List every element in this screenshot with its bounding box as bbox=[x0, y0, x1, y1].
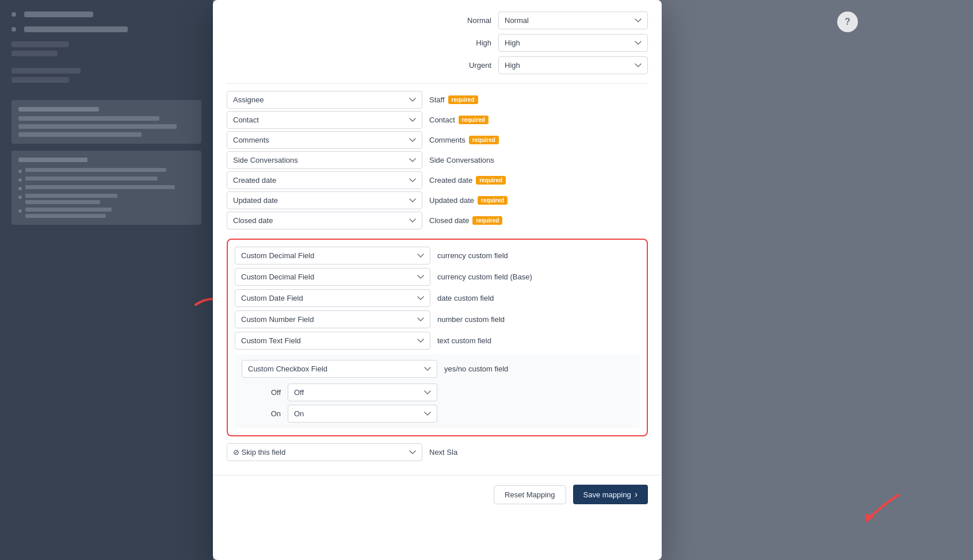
reset-mapping-label: Reset Mapping bbox=[505, 490, 555, 499]
updated-date-select[interactable]: Assignee Contact Comments Side Conversat… bbox=[227, 191, 422, 209]
mapping-row-comments: Assignee Contact Comments Side Conversat… bbox=[227, 131, 648, 149]
custom-field-right-decimal-2: currency custom field (Base) bbox=[437, 273, 640, 281]
priority-high-select-wrapper: Normal Low High Urgent bbox=[498, 34, 648, 52]
priority-row-high: High Normal Low High Urgent bbox=[227, 34, 648, 52]
skip-field-select[interactable]: ⊘ Skip this field bbox=[227, 443, 422, 461]
priority-normal-select[interactable]: Normal Low High Urgent bbox=[498, 11, 648, 29]
reset-mapping-button[interactable]: Reset Mapping bbox=[494, 485, 566, 504]
checkbox-sub-row-on: On Off On bbox=[242, 405, 633, 423]
created-date-right-label: Created date bbox=[429, 176, 472, 185]
mapping-row-closed-date: Assignee Contact Comments Side Conversat… bbox=[227, 212, 648, 229]
priority-urgent-select[interactable]: Normal Low High Urgent bbox=[498, 56, 648, 74]
custom-field-left-text: Custom Decimal Field Custom Date Field C… bbox=[235, 332, 430, 350]
created-date-select[interactable]: Assignee Contact Comments Side Conversat… bbox=[227, 171, 422, 189]
custom-date-label: date custom field bbox=[437, 294, 494, 302]
mapping-right-side-conversations: Side Conversations bbox=[429, 156, 648, 164]
mapping-left-closed-date: Assignee Contact Comments Side Conversat… bbox=[227, 212, 422, 229]
priority-row-normal: Normal Normal Low High Urgent bbox=[227, 11, 648, 29]
mapping-row-assignee: Assignee Contact Comments Side Conversat… bbox=[227, 91, 648, 109]
mapping-right-updated-date: Updated date required bbox=[429, 196, 648, 205]
custom-field-row-date: Custom Decimal Field Custom Date Field C… bbox=[235, 289, 640, 307]
custom-field-left-number: Custom Decimal Field Custom Date Field C… bbox=[235, 310, 430, 328]
mapping-row-contact: Assignee Contact Comments Side Conversat… bbox=[227, 111, 648, 129]
modal-body: Normal Normal Low High Urgent High Norma… bbox=[213, 0, 662, 475]
priority-section: Normal Normal Low High Urgent High Norma… bbox=[227, 11, 648, 74]
custom-field-right-decimal-1: currency custom field bbox=[437, 251, 640, 260]
custom-decimal-2-label: currency custom field (Base) bbox=[437, 273, 532, 281]
custom-decimal-1-label: currency custom field bbox=[437, 251, 508, 260]
mapping-right-comments: Comments required bbox=[429, 136, 648, 144]
save-arrow-indicator bbox=[858, 489, 904, 526]
custom-text-label: text custom field bbox=[437, 336, 491, 345]
mapping-left-side-conversations: Assignee Contact Comments Side Conversat… bbox=[227, 151, 422, 169]
custom-checkbox-select[interactable]: Custom Decimal Field Custom Date Field C… bbox=[242, 360, 437, 378]
mapping-right-assignee: Staff required bbox=[429, 95, 648, 104]
skip-left: ⊘ Skip this field bbox=[227, 443, 422, 461]
side-conversations-select[interactable]: Assignee Contact Comments Side Conversat… bbox=[227, 151, 422, 169]
checkbox-sub-row-off: Off Off On bbox=[242, 383, 633, 401]
priority-urgent-label: Urgent bbox=[457, 61, 491, 70]
comments-right-label: Comments bbox=[429, 136, 465, 144]
custom-fields-area: Custom Decimal Field Custom Date Field C… bbox=[235, 247, 640, 350]
closed-date-required-badge: required bbox=[472, 216, 502, 225]
comments-select[interactable]: Assignee Contact Comments Side Conversat… bbox=[227, 131, 422, 149]
custom-decimal-1-select[interactable]: Custom Decimal Field Custom Date Field C… bbox=[235, 247, 430, 264]
mapping-right-contact: Contact required bbox=[429, 116, 648, 124]
custom-field-row-text: Custom Decimal Field Custom Date Field C… bbox=[235, 332, 640, 350]
standard-mapping-section: Assignee Contact Comments Side Conversat… bbox=[227, 91, 648, 229]
contact-right-label: Contact bbox=[429, 116, 455, 124]
custom-text-select[interactable]: Custom Decimal Field Custom Date Field C… bbox=[235, 332, 430, 350]
priority-urgent-select-wrapper: Normal Low High Urgent bbox=[498, 56, 648, 74]
custom-field-row-number: Custom Decimal Field Custom Date Field C… bbox=[235, 310, 640, 328]
help-button[interactable]: ? bbox=[837, 11, 858, 32]
help-icon: ? bbox=[845, 17, 850, 27]
custom-field-row-decimal-1: Custom Decimal Field Custom Date Field C… bbox=[235, 247, 640, 264]
closed-date-right-label: Closed date bbox=[429, 216, 469, 225]
mapping-left-created-date: Assignee Contact Comments Side Conversat… bbox=[227, 171, 422, 189]
priority-high-select[interactable]: Normal Low High Urgent bbox=[498, 34, 648, 52]
checkbox-off-label: Off bbox=[246, 388, 281, 397]
contact-required-badge: required bbox=[459, 116, 489, 124]
custom-field-row-checkbox: Custom Decimal Field Custom Date Field C… bbox=[242, 360, 633, 378]
background-sidebar bbox=[0, 0, 213, 560]
skip-right-label: Next Sla bbox=[429, 448, 457, 457]
assignee-right-label: Staff bbox=[429, 95, 445, 104]
custom-field-left-decimal-1: Custom Decimal Field Custom Date Field C… bbox=[235, 247, 430, 264]
checkbox-on-select[interactable]: Off On bbox=[288, 405, 437, 423]
custom-checkbox-label: yes/no custom field bbox=[444, 365, 508, 373]
mapping-right-created-date: Created date required bbox=[429, 176, 648, 185]
checkbox-on-select-wrapper: Off On bbox=[288, 405, 437, 423]
custom-field-right-number: number custom field bbox=[437, 315, 640, 324]
mapping-row-created-date: Assignee Contact Comments Side Conversat… bbox=[227, 171, 648, 189]
mapping-left-comments: Assignee Contact Comments Side Conversat… bbox=[227, 131, 422, 149]
closed-date-select[interactable]: Assignee Contact Comments Side Conversat… bbox=[227, 212, 422, 229]
updated-date-required-badge: required bbox=[478, 196, 508, 205]
custom-number-select[interactable]: Custom Decimal Field Custom Date Field C… bbox=[235, 310, 430, 328]
created-date-required-badge: required bbox=[476, 176, 506, 185]
modal-footer: Reset Mapping Save mapping › bbox=[213, 475, 662, 513]
priority-high-label: High bbox=[457, 39, 491, 47]
mapping-row-updated-date: Assignee Contact Comments Side Conversat… bbox=[227, 191, 648, 209]
custom-decimal-2-select[interactable]: Custom Decimal Field Custom Date Field C… bbox=[235, 268, 430, 286]
save-chevron-icon: › bbox=[635, 489, 638, 500]
mapping-left-updated-date: Assignee Contact Comments Side Conversat… bbox=[227, 191, 422, 209]
priority-normal-label: Normal bbox=[457, 16, 491, 25]
checkbox-off-select[interactable]: Off On bbox=[288, 383, 437, 401]
updated-date-right-label: Updated date bbox=[429, 196, 474, 205]
assignee-required-badge: required bbox=[448, 95, 478, 104]
custom-field-right-date: date custom field bbox=[437, 294, 640, 302]
priority-row-urgent: Urgent Normal Low High Urgent bbox=[227, 56, 648, 74]
custom-date-select[interactable]: Custom Decimal Field Custom Date Field C… bbox=[235, 289, 430, 307]
assignee-select[interactable]: Assignee Contact Comments Side Conversat… bbox=[227, 91, 422, 109]
contact-select[interactable]: Assignee Contact Comments Side Conversat… bbox=[227, 111, 422, 129]
custom-field-row-decimal-2: Custom Decimal Field Custom Date Field C… bbox=[235, 268, 640, 286]
save-mapping-button[interactable]: Save mapping › bbox=[573, 485, 648, 504]
mapping-left-contact: Assignee Contact Comments Side Conversat… bbox=[227, 111, 422, 129]
custom-number-label: number custom field bbox=[437, 315, 505, 324]
mapping-left-assignee: Assignee Contact Comments Side Conversat… bbox=[227, 91, 422, 109]
custom-field-right-checkbox: yes/no custom field bbox=[444, 365, 633, 373]
checkbox-section: Custom Decimal Field Custom Date Field C… bbox=[235, 354, 640, 428]
comments-required-badge: required bbox=[469, 136, 499, 144]
custom-field-left-checkbox: Custom Decimal Field Custom Date Field C… bbox=[242, 360, 437, 378]
mapping-modal: Normal Normal Low High Urgent High Norma… bbox=[213, 0, 662, 560]
